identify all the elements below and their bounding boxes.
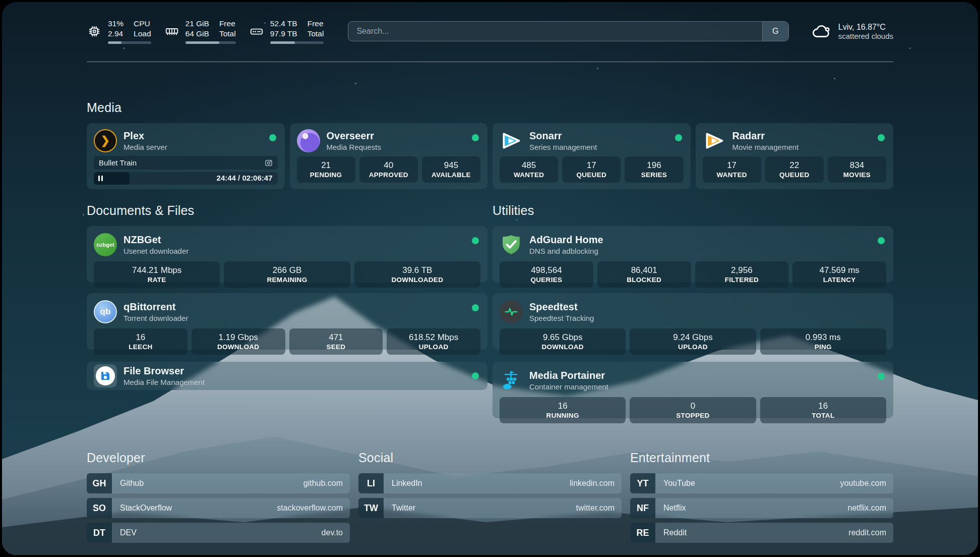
cloud-icon bbox=[811, 21, 832, 42]
stat-box: 16RUNNING bbox=[500, 397, 626, 423]
pause-button[interactable] bbox=[98, 176, 103, 181]
stat-value: 0.993 ms bbox=[806, 332, 841, 343]
bookmark-name: StackOverflow bbox=[112, 498, 277, 518]
stat-label: WANTED bbox=[716, 171, 747, 179]
app-card-qbittorrent[interactable]: qb qBittorrent Torrent downloader 16LEEC… bbox=[87, 293, 487, 350]
stat-value: 834 bbox=[850, 160, 864, 171]
app-card-portainer[interactable]: Media Portainer Container management 16R… bbox=[493, 362, 893, 418]
stat-box: 471SEED bbox=[289, 328, 383, 355]
status-dot-online bbox=[878, 237, 885, 244]
stat-box: 86,401BLOCKED bbox=[597, 261, 691, 288]
app-subtitle: Torrent downloader bbox=[124, 314, 188, 322]
stat-box: 40APPROVED bbox=[359, 156, 418, 183]
app-name: Radarr bbox=[732, 130, 799, 142]
section-documents: Documents & Files nzbget NZBGet Usenet d… bbox=[87, 203, 487, 418]
stat-label: QUEUED bbox=[576, 171, 606, 179]
stat-box: 16TOTAL bbox=[760, 397, 886, 423]
weather-location-temp: Lviv, 16.87°C bbox=[838, 23, 893, 32]
disk-total-label: Total bbox=[308, 29, 324, 39]
topbar-divider bbox=[87, 62, 893, 62]
stat-label: QUEUED bbox=[779, 171, 810, 179]
cpu-stat: 31%2.94 CPULoad bbox=[87, 19, 151, 44]
memory-total-value: 64 GiB bbox=[186, 29, 209, 39]
app-card-overseerr[interactable]: Overseerr Media Requests 21PENDING 40APP… bbox=[290, 123, 488, 189]
bookmark-youtube[interactable]: YT YouTube youtube.com bbox=[630, 473, 893, 493]
stat-value: 196 bbox=[647, 160, 661, 171]
app-card-speedtest[interactable]: Speedtest Speedtest Tracking 9.65 GbpsDO… bbox=[493, 293, 893, 350]
bookmark-reddit[interactable]: RE Reddit reddit.com bbox=[630, 523, 893, 543]
memory-stat: 21 GiB64 GiB FreeTotal bbox=[164, 19, 236, 44]
bookmark-abbr: GH bbox=[87, 473, 112, 493]
stat-label: UPLOAD bbox=[419, 343, 449, 351]
stat-box: 16LEECH bbox=[94, 328, 188, 355]
stat-value: 0 bbox=[691, 401, 695, 411]
memory-free-label: Free bbox=[219, 19, 236, 29]
stat-label: WANTED bbox=[514, 171, 544, 179]
stat-label: FILTERED bbox=[725, 276, 759, 284]
session-media-icon bbox=[265, 159, 273, 167]
stat-value: 266 GB bbox=[273, 265, 302, 275]
stat-label: BLOCKED bbox=[627, 276, 661, 284]
status-dot-online bbox=[472, 237, 479, 244]
bookmark-name: LinkedIn bbox=[384, 473, 570, 493]
app-subtitle: Media server bbox=[124, 143, 167, 151]
cpu-icon bbox=[87, 24, 102, 39]
app-card-filebrowser[interactable]: File Browser Media File Management bbox=[87, 362, 487, 390]
stat-box: 618.52 MbpsUPLOAD bbox=[387, 328, 480, 355]
bookmark-abbr: YT bbox=[630, 473, 655, 493]
bookmark-name: DEV bbox=[112, 523, 322, 543]
disk-free-value: 52.4 TB bbox=[270, 19, 297, 29]
app-subtitle: Movie management bbox=[732, 143, 799, 151]
app-card-plex[interactable]: ❯ Plex Media server Bullet Train bbox=[87, 123, 285, 189]
bookmark-linkedin[interactable]: LI LinkedIn linkedin.com bbox=[358, 473, 622, 493]
bookmark-abbr: TW bbox=[358, 498, 384, 518]
bookmark-name: Github bbox=[112, 473, 303, 493]
bookmark-dev[interactable]: DT DEV dev.to bbox=[87, 523, 350, 543]
app-card-sonarr[interactable]: Sonarr Series management 485WANTED 17QUE… bbox=[493, 123, 691, 189]
cpu-load-label: Load bbox=[134, 29, 151, 39]
app-subtitle: DNS and adblocking bbox=[529, 247, 603, 255]
app-subtitle: Media Requests bbox=[327, 143, 381, 151]
playback-progress-bar: 24:44 / 02:06:47 bbox=[94, 172, 278, 185]
bookmark-twitter[interactable]: TW Twitter twitter.com bbox=[358, 498, 622, 518]
app-name: Overseerr bbox=[327, 130, 381, 142]
stat-box: 196SERIES bbox=[625, 156, 683, 183]
disk-icon bbox=[249, 24, 264, 39]
bookmark-abbr: NF bbox=[630, 498, 655, 518]
section-entertainment: Entertainment YT YouTube youtube.com NF … bbox=[630, 451, 893, 547]
stat-label: DOWNLOAD bbox=[541, 343, 583, 351]
bookmark-stackoverflow[interactable]: SO StackOverflow stackoverflow.com bbox=[87, 498, 350, 518]
sonarr-logo-icon bbox=[500, 129, 523, 152]
stat-value: 16 bbox=[558, 401, 568, 411]
app-card-nzbget[interactable]: nzbget NZBGet Usenet downloader 744.21 M… bbox=[87, 226, 487, 283]
weather-widget: Lviv, 16.87°C scattered clouds bbox=[811, 21, 893, 42]
bookmark-abbr: RE bbox=[630, 523, 655, 543]
stat-box: 9.24 GbpsUPLOAD bbox=[630, 328, 756, 355]
app-subtitle: Container management bbox=[529, 382, 608, 391]
app-name: qBittorrent bbox=[124, 301, 188, 313]
search-input[interactable] bbox=[348, 22, 762, 41]
now-playing-row: Bullet Train bbox=[94, 156, 278, 170]
plex-logo-icon: ❯ bbox=[94, 129, 117, 152]
app-card-radarr[interactable]: Radarr Movie management 17WANTED 22QUEUE… bbox=[696, 123, 894, 189]
section-title-media: Media bbox=[87, 100, 893, 115]
portainer-logo-icon bbox=[500, 369, 523, 392]
bookmark-github[interactable]: GH Github github.com bbox=[87, 473, 350, 493]
bookmark-netflix[interactable]: NF Netflix netflix.com bbox=[630, 498, 893, 518]
stat-value: 17 bbox=[727, 160, 737, 171]
stat-value: 498,564 bbox=[531, 265, 562, 275]
search-engine-button[interactable]: G bbox=[762, 22, 788, 41]
qbittorrent-logo-icon: qb bbox=[94, 300, 117, 323]
app-name: Plex bbox=[124, 130, 167, 142]
stat-value: 471 bbox=[329, 332, 343, 343]
bookmark-abbr: DT bbox=[87, 523, 112, 543]
section-title-utilities: Utilities bbox=[493, 203, 893, 218]
media-cards-row: ❯ Plex Media server Bullet Train bbox=[87, 123, 893, 189]
cpu-label: CPU bbox=[134, 19, 151, 29]
app-card-adguard[interactable]: AdGuard Home DNS and adblocking 498,564Q… bbox=[493, 226, 893, 283]
weather-condition: scattered clouds bbox=[838, 32, 893, 40]
stat-value: 9.65 Gbps bbox=[543, 332, 582, 343]
bookmark-url: reddit.com bbox=[848, 523, 893, 543]
stat-box: 498,564QUERIES bbox=[500, 261, 593, 288]
stat-value: 945 bbox=[444, 160, 458, 171]
